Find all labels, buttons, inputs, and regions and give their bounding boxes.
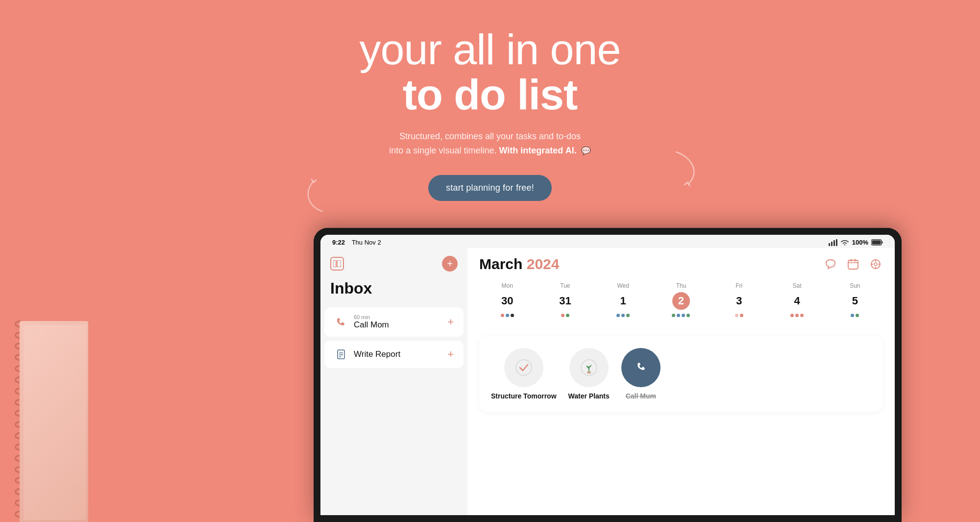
- cta-wrapper: start planning for free!: [0, 157, 980, 201]
- dot: [795, 314, 799, 317]
- hero-title-bold: to do list: [0, 72, 980, 117]
- svg-rect-3: [836, 239, 837, 246]
- hero-line2: to do list: [403, 70, 578, 119]
- dot: [851, 314, 854, 317]
- svg-rect-5: [872, 241, 881, 245]
- day-column-sat: Sat 4: [769, 282, 825, 319]
- cta-button[interactable]: start planning for free!: [428, 175, 552, 201]
- status-bar: 9:22 Thu Nov 2: [320, 235, 895, 248]
- header-icons: [823, 257, 883, 272]
- dot: [616, 314, 620, 317]
- document-icon: [334, 348, 348, 361]
- main-content: March 2024: [467, 248, 895, 515]
- arrow-left-icon: [299, 176, 328, 216]
- status-date: Thu Nov 2: [352, 239, 381, 246]
- svg-rect-6: [333, 260, 336, 267]
- hero-subtitle-bold: With integrated AI.: [499, 146, 576, 155]
- app-layout: + Inbox 60 min: [320, 248, 895, 515]
- event-card-structure: Structure Tomorrow: [491, 348, 557, 400]
- notebook-cover: [20, 321, 88, 522]
- settings-icon[interactable]: [868, 257, 883, 272]
- svg-rect-12: [848, 260, 858, 269]
- svg-point-22: [516, 360, 532, 375]
- ipad-frame: 9:22 Thu Nov 2: [314, 228, 902, 522]
- event-title-call-mum: Call Mum: [626, 392, 656, 400]
- event-circle-water: [569, 348, 609, 387]
- dot: [501, 314, 504, 317]
- task-duration: 60 min: [354, 314, 389, 320]
- status-time-date: 9:22 Thu Nov 2: [332, 239, 381, 246]
- task-info: Write Report: [354, 349, 400, 359]
- phone-icon: [334, 315, 348, 329]
- task-item: Write Report +: [324, 341, 464, 368]
- svg-point-17: [874, 263, 877, 266]
- hero-line1: your all in one: [360, 25, 621, 74]
- day-column-mon: Mon 30: [479, 282, 535, 319]
- arrow-right-icon: [671, 147, 706, 186]
- battery-icon: [871, 239, 883, 246]
- task-name: Write Report: [354, 349, 400, 359]
- dot: [800, 314, 804, 317]
- inbox-title: Inbox: [320, 279, 467, 305]
- ipad-device: 9:22 Thu Nov 2: [314, 228, 902, 522]
- dot: [621, 314, 625, 317]
- dot: [677, 314, 680, 317]
- ai-chat-icon: 💬: [581, 145, 591, 157]
- dot: [561, 314, 564, 317]
- event-card-call-mum: Call Mum: [621, 348, 661, 400]
- status-time: 9:22: [332, 239, 345, 246]
- svg-rect-2: [833, 240, 835, 246]
- calendar-icon[interactable]: [846, 257, 860, 272]
- dot: [682, 314, 685, 317]
- hero-section: your all in one to do list Structured, c…: [0, 0, 980, 201]
- ipad-screen: 9:22 Thu Nov 2: [320, 235, 895, 515]
- svg-rect-1: [831, 242, 833, 246]
- sidebar-toggle-icon[interactable]: [330, 257, 344, 271]
- year-label: 2024: [527, 256, 560, 272]
- dot: [740, 314, 743, 317]
- chat-icon[interactable]: [823, 257, 838, 272]
- event-title-structure: Structure Tomorrow: [491, 392, 557, 400]
- sidebar: + Inbox 60 min: [320, 248, 467, 515]
- dot: [506, 314, 509, 317]
- dot: [686, 314, 690, 317]
- month-title: March 2024: [479, 256, 559, 273]
- event-circle-call-mum: [621, 348, 661, 387]
- event-card-water: Water Plants: [568, 348, 610, 400]
- task-name: Call Mom: [354, 320, 389, 330]
- day-column-sun: Sun 5: [827, 282, 883, 319]
- week-grid: Mon 30 Tue 31: [479, 282, 883, 319]
- hero-subtitle: Structured, combines all your tasks and …: [0, 129, 980, 158]
- dot: [566, 314, 569, 317]
- task-info: 60 min Call Mom: [354, 314, 389, 330]
- day-column-wed: Wed 1: [595, 282, 651, 319]
- task-item-left: Write Report: [334, 348, 400, 361]
- status-right: 100%: [829, 239, 883, 246]
- wifi-icon: [840, 239, 849, 246]
- sidebar-header: +: [320, 256, 467, 279]
- dot: [672, 314, 675, 317]
- hero-subtitle-line2: into a single visual timeline.: [389, 146, 496, 155]
- task-add-button[interactable]: +: [447, 348, 454, 361]
- dot: [626, 314, 630, 317]
- task-item-left: 60 min Call Mom: [334, 314, 389, 330]
- events-row: Structure Tomorrow: [479, 336, 883, 412]
- signal-icon: [829, 239, 837, 246]
- task-add-button[interactable]: +: [447, 316, 454, 328]
- calendar-header: March 2024: [479, 256, 883, 273]
- dot: [856, 314, 859, 317]
- notebook-decoration: [0, 316, 88, 522]
- hero-title-light: your all in one: [0, 27, 980, 72]
- dot: [790, 314, 794, 317]
- svg-rect-0: [829, 243, 830, 246]
- svg-rect-7: [337, 260, 341, 267]
- event-circle-structure: [504, 348, 543, 387]
- day-column-thu: Thu 2: [653, 282, 709, 319]
- event-title-water: Water Plants: [568, 392, 610, 400]
- task-item: 60 min Call Mom +: [324, 307, 464, 337]
- day-column-tue: Tue 31: [537, 282, 593, 319]
- dot: [511, 314, 514, 317]
- dot: [735, 314, 738, 317]
- add-task-button[interactable]: +: [442, 256, 458, 272]
- svg-rect-8: [338, 350, 344, 359]
